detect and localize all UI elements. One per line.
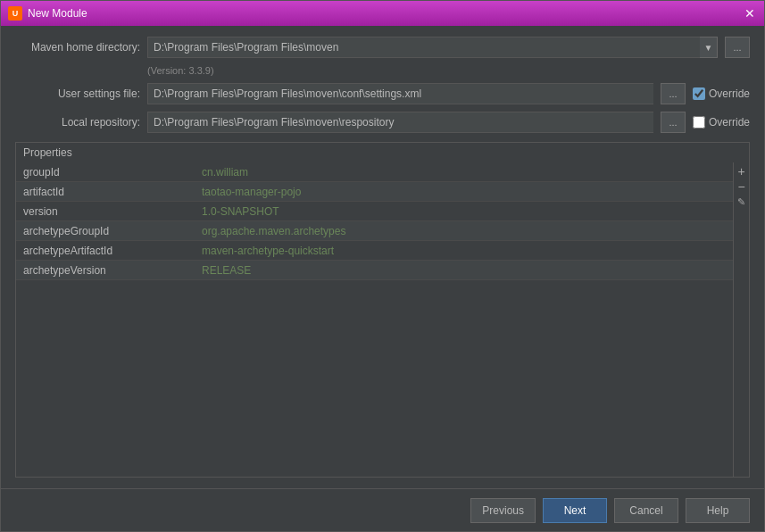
title-bar: U New Module ✕ [1,1,764,26]
prop-key: archetypeGroupId [16,225,195,237]
prop-key: groupId [16,166,195,179]
local-repo-override-checkbox[interactable] [693,116,705,129]
properties-table: groupId cn.william artifactId taotao-man… [16,162,749,477]
edit-property-button[interactable]: ✎ [735,195,749,209]
prop-key: archetypeArtifactId [16,245,195,257]
local-repo-input[interactable] [147,112,653,133]
dialog-title: New Module [28,7,87,20]
maven-home-label: Maven home directory: [15,41,140,54]
user-settings-row: User settings file: ... Override [15,83,750,104]
maven-home-row: Maven home directory: ▼ ... [15,37,750,58]
table-row[interactable]: artifactId taotao-manager-pojo [16,182,749,202]
dialog-content: Maven home directory: ▼ ... (Version: 3.… [1,26,764,488]
properties-title: Properties [16,143,749,162]
maven-home-dropdown-button[interactable]: ▼ [700,37,718,58]
properties-action-panel: + − ✎ [733,162,749,477]
maven-home-input[interactable] [147,37,700,58]
table-row[interactable]: groupId cn.william [16,162,749,182]
prop-value: RELEASE [195,264,749,277]
previous-button[interactable]: Previous [470,498,536,523]
prop-key: artifactId [16,186,195,198]
remove-property-button[interactable]: − [735,179,749,194]
prop-value: taotao-manager-pojo [195,186,749,198]
new-module-dialog: U New Module ✕ Maven home directory: ▼ .… [0,0,765,532]
close-button[interactable]: ✕ [743,6,757,21]
prop-value: maven-archetype-quickstart [195,245,749,257]
table-row[interactable]: archetypeVersion RELEASE [16,261,749,280]
local-repo-row: Local repository: ... Override [15,112,750,133]
maven-home-browse-button[interactable]: ... [725,37,750,58]
next-button[interactable]: Next [543,498,607,523]
properties-group: Properties groupId cn.william artifactId… [15,142,750,478]
prop-key: version [16,205,195,218]
user-settings-input-group [147,83,653,104]
user-settings-override-checkbox[interactable] [693,87,705,100]
local-repo-override-label: Override [709,116,750,129]
help-button[interactable]: Help [686,498,750,523]
maven-home-input-group: ▼ [147,37,718,58]
user-settings-browse-button[interactable]: ... [661,83,686,104]
dialog-icon: U [8,6,22,21]
cancel-button[interactable]: Cancel [614,498,678,523]
table-row[interactable]: version 1.0-SNAPSHOT [16,202,749,221]
table-row[interactable]: archetypeGroupId org.apache.maven.archet… [16,221,749,241]
local-repo-label: Local repository: [15,116,140,129]
maven-version-text: (Version: 3.3.9) [147,65,750,76]
local-repo-override-row: Override [693,116,750,129]
prop-value: 1.0-SNAPSHOT [195,205,749,218]
local-repo-input-group [147,112,653,133]
user-settings-label: User settings file: [15,87,140,100]
user-settings-input[interactable] [147,83,653,104]
prop-value: org.apache.maven.archetypes [195,225,749,237]
add-property-button[interactable]: + [735,164,749,179]
table-row[interactable]: archetypeArtifactId maven-archetype-quic… [16,241,749,261]
title-bar-left: U New Module [8,6,87,21]
user-settings-override-label: Override [709,87,750,100]
local-repo-browse-button[interactable]: ... [661,112,686,133]
dialog-footer: Previous Next Cancel Help [1,488,764,531]
prop-value: cn.william [195,166,749,179]
user-settings-override-row: Override [693,87,750,100]
prop-key: archetypeVersion [16,264,195,277]
